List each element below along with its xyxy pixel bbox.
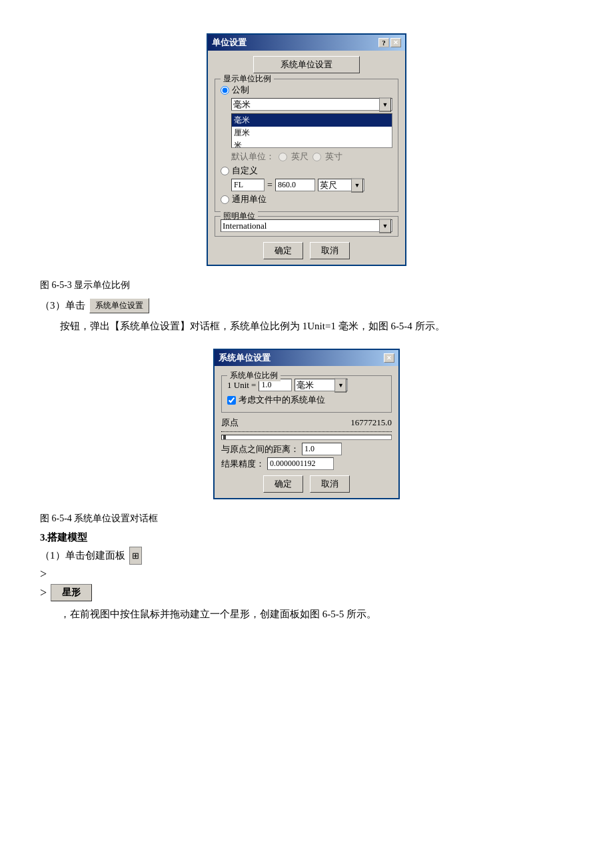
custom-unit-wrapper: 英尺 [318,179,364,191]
arrow2-star-row: > 星形 [40,584,573,601]
metric-radio-row: 公制 [221,84,392,96]
metric-label: 公制 [232,84,249,96]
custom-field1[interactable] [231,179,265,191]
help-icon[interactable]: ? [378,38,389,47]
checkbox-row: 考虑文件中的系统单位 [227,394,386,406]
star-btn[interactable]: 星形 [51,584,92,601]
lighting-unit-group: 照明单位 International American [215,216,398,237]
dialog2-title: 系统单位设置 [219,352,271,364]
feet-label: 英尺 [291,151,308,163]
step3-prefix: （3）单击 [40,299,85,312]
dialog2-body: 系统单位比例 1 Unit = 毫米 厘米 米 [215,366,398,498]
step3-row: （3）单击 系统单位设置 [40,298,573,313]
feet-radio[interactable] [279,153,287,161]
step1-text: （1）单击创建面板 [40,547,125,565]
distance-row: 与原点之间的距离： [221,443,392,455]
system-unit-btn[interactable]: 系统单位设置 [253,56,360,73]
precision-input[interactable] [267,457,334,470]
precision-row: 结果精度： [221,457,392,470]
listbox-item-mm[interactable]: 毫米 [232,114,392,127]
origin-value: 16777215.0 [350,417,392,428]
sys-unit-dialog: 系统单位设置 ✕ 系统单位比例 1 Unit = 毫米 厘米 米 [213,349,400,499]
metric-combo-wrapper: 毫米 厘米 米 [231,98,392,111]
listbox-item-m[interactable]: 米 [232,139,392,148]
custom-unit-combo[interactable]: 英尺 [318,179,364,191]
custom-label: 自定义 [232,165,258,177]
generic-radio-row: 通用单位 [221,193,392,205]
origin-row: 原点 16777215.0 [221,417,392,429]
origin-label: 原点 [221,417,239,429]
arrow2: > [40,586,47,600]
figure2-caption: 图 6-5-4 系统单位设置对话框 [40,513,573,525]
dialog1-body: 系统单位设置 显示单位比例 公制 毫米 厘米 米 [208,51,405,265]
default-unit-label-text: 默认单位： [231,151,275,163]
inches-label: 英寸 [325,151,342,163]
section3-heading: 3.搭建模型 [40,531,573,544]
sys-unit-group-label: 系统单位比例 [227,370,281,381]
dialog2-ok-btn[interactable]: 确定 [263,475,303,493]
titlebar-icons: ? ✕ [378,38,401,47]
slider-row [221,435,392,440]
default-unit-row: 默认单位： 英尺 英寸 [231,151,392,163]
dialog1-title: 单位设置 [212,37,247,49]
distance-label: 与原点之间的距离： [221,443,299,455]
dialog1-ok-btn[interactable]: 确定 [263,242,303,259]
precision-label: 结果精度： [221,458,265,470]
step3-body-text: 按钮，弹出【系统单位设置】对话框，系统单位比例为 1Unit=1 毫米，如图 6… [40,317,573,335]
generic-label: 通用单位 [232,193,267,205]
listbox-item-cm[interactable]: 厘米 [232,127,392,139]
close-icon[interactable]: ✕ [390,38,401,47]
equals-sign: = [267,180,273,191]
slider-track [221,431,392,432]
dialog2-cancel-btn[interactable]: 取消 [310,475,350,493]
display-unit-label: 显示单位比例 [221,73,274,85]
custom-radio-row: 自定义 [221,165,392,177]
slider-visual[interactable] [221,435,392,440]
panel-icon: ⊞ [129,547,142,565]
dialog2-close-icon[interactable]: ✕ [384,353,394,363]
sys-unit-checkbox[interactable] [227,396,236,405]
sys-unit-group: 系统单位比例 1 Unit = 毫米 厘米 米 [221,375,392,413]
metric-combo[interactable]: 毫米 厘米 米 [231,98,392,111]
arrow1: > [40,567,573,581]
final-text: ，在前视图中按住鼠标并拖动建立一个星形，创建面板如图 6-5-5 所示。 [40,605,573,623]
figure1-caption: 图 6-5-3 显示单位比例 [40,279,573,291]
custom-field2[interactable] [275,179,315,191]
dialog1-titlebar: 单位设置 ? ✕ [208,35,405,51]
dialog1-cancel-btn[interactable]: 取消 [310,242,350,259]
checkbox-label: 考虑文件中的系统单位 [239,394,325,406]
generic-radio[interactable] [221,195,229,204]
distance-input[interactable] [302,443,342,455]
custom-input-row: = 英尺 [231,179,392,191]
unit-combo[interactable]: 毫米 厘米 米 [295,379,348,391]
dialog2-titlebar: 系统单位设置 ✕ [215,350,398,366]
lighting-combo-wrapper: International American [221,219,392,232]
step3-sys-btn[interactable]: 系统单位设置 [89,298,149,313]
display-unit-group: 显示单位比例 公制 毫米 厘米 米 [215,79,398,212]
dialog2-btn-row: 确定 取消 [221,475,392,493]
unit-combo-wrapper: 毫米 厘米 米 [295,379,348,391]
dialog1-btn-row: 确定 取消 [215,242,398,259]
lighting-combo[interactable]: International American [221,219,392,232]
custom-radio[interactable] [221,167,229,175]
inches-radio[interactable] [312,153,321,161]
unit-listbox[interactable]: 毫米 厘米 米 [231,113,392,148]
step1-row: （1）单击创建面板 ⊞ [40,547,573,565]
metric-radio[interactable] [221,86,229,95]
unit-settings-dialog: 单位设置 ? ✕ 系统单位设置 显示单位比例 公制 [207,33,406,266]
